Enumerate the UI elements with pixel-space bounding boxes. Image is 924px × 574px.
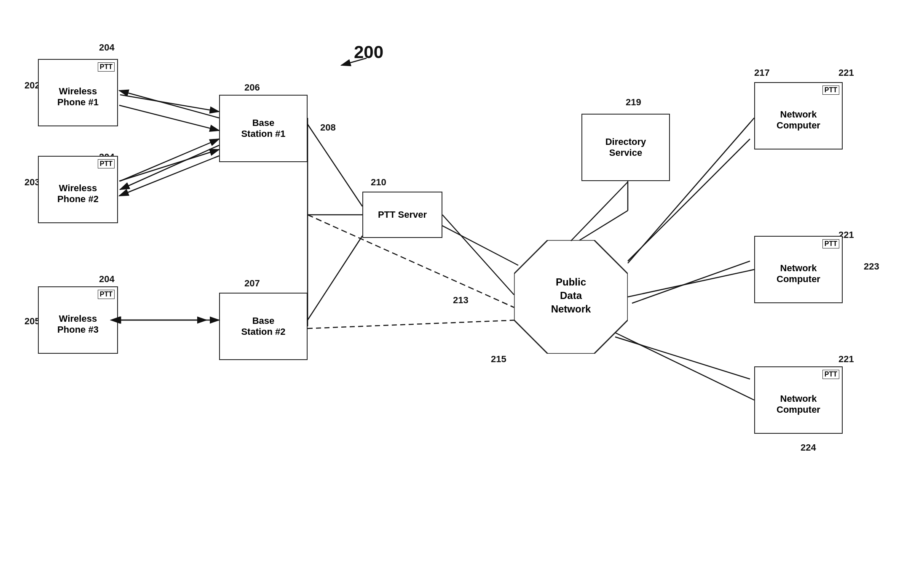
svg-line-2: [120, 95, 219, 112]
ref-213: 213: [453, 295, 469, 306]
net-computer1-label: NetworkComputer: [777, 109, 820, 131]
ptt-server-box: PTT Server: [362, 192, 442, 238]
phone2-label: WirelessPhone #2: [57, 183, 99, 205]
directory-service-box: DirectoryService: [581, 114, 670, 181]
net-computer3-ptt: PTT: [822, 370, 839, 379]
base2-label: BaseStation #2: [241, 315, 285, 337]
phone1-ptt: PTT: [98, 62, 115, 72]
phone2-ptt: PTT: [98, 159, 115, 168]
svg-line-4: [120, 145, 219, 190]
net-computer1-ptt: PTT: [822, 85, 839, 95]
svg-line-14: [615, 337, 750, 379]
svg-line-6: [308, 124, 362, 206]
phone1-label: WirelessPhone #1: [57, 86, 99, 108]
phone3-box: PTT WirelessPhone #3: [38, 286, 118, 354]
ref-221-n1: 221: [838, 67, 854, 78]
diagram-container: 200 202 204 204 203 204 205 206 207 208 …: [0, 0, 924, 574]
base1-box: BaseStation #1: [219, 95, 308, 162]
svg-line-31: [571, 182, 628, 241]
public-network-octagon: Public Data Network: [514, 240, 628, 354]
svg-line-24: [119, 156, 219, 196]
svg-text:Data: Data: [560, 290, 582, 301]
net-computer3-box: PTT NetworkComputer: [754, 366, 843, 434]
net-computer3-label: NetworkComputer: [777, 393, 820, 415]
svg-line-7: [308, 236, 362, 320]
ref-207: 207: [244, 278, 260, 289]
ref-206: 206: [244, 82, 260, 93]
svg-line-23: [119, 150, 219, 181]
net-computer2-label: NetworkComputer: [777, 263, 820, 285]
ref-221-n3: 221: [838, 354, 854, 365]
ref-204-p3: 204: [99, 274, 115, 285]
svg-text:Public: Public: [556, 276, 586, 288]
ref-224: 224: [801, 442, 816, 453]
base2-box: BaseStation #2: [219, 293, 308, 360]
ref-223: 223: [864, 261, 879, 272]
svg-line-29: [442, 215, 514, 295]
ref-200: 200: [354, 42, 383, 62]
phone3-ptt: PTT: [98, 290, 115, 299]
svg-line-9: [308, 320, 518, 328]
ref-210: 210: [371, 177, 386, 188]
phone1-box: PTT WirelessPhone #1: [38, 59, 118, 126]
svg-line-3: [120, 139, 219, 181]
net-computer2-box: PTT NetworkComputer: [754, 236, 843, 303]
ref-219: 219: [626, 97, 641, 108]
ref-215: 215: [491, 354, 506, 365]
svg-line-13: [632, 261, 750, 303]
phone2-box: PTT WirelessPhone #2: [38, 156, 118, 223]
ref-204-p1: 204: [99, 42, 115, 53]
svg-text:Network: Network: [551, 303, 591, 315]
phone3-label: WirelessPhone #3: [57, 313, 99, 335]
svg-line-34: [615, 333, 754, 400]
directory-service-label: DirectoryService: [605, 136, 646, 158]
net-computer1-box: PTT NetworkComputer: [754, 82, 843, 150]
ptt-server-label: PTT Server: [378, 209, 427, 220]
svg-line-33: [628, 270, 754, 297]
svg-line-22: [119, 105, 219, 131]
ref-208: 208: [320, 122, 336, 133]
svg-line-10: [573, 211, 628, 244]
svg-line-21: [119, 91, 219, 118]
net-computer2-ptt: PTT: [822, 239, 839, 248]
ref-217: 217: [754, 67, 770, 78]
base1-label: BaseStation #1: [241, 117, 285, 139]
